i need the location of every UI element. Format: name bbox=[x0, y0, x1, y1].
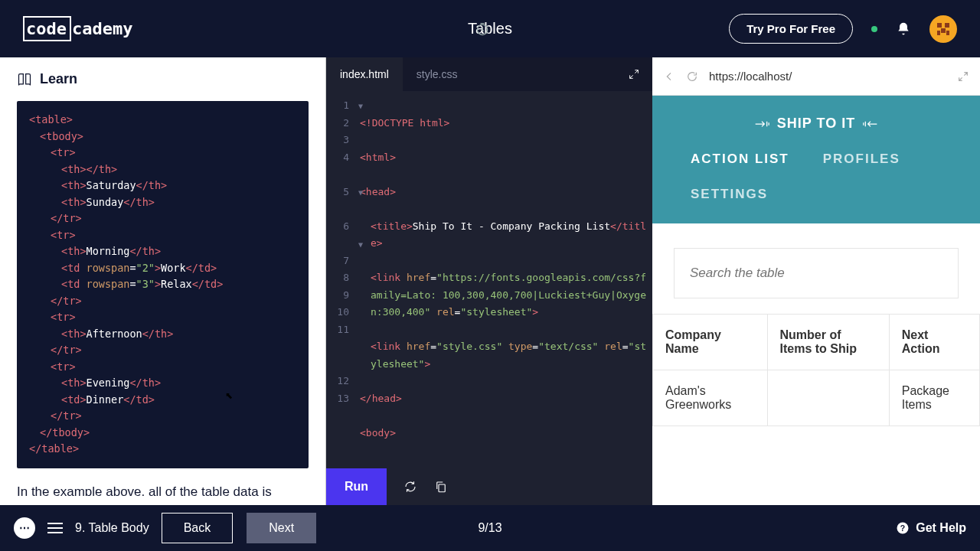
svg-rect-4 bbox=[937, 31, 940, 35]
avatar[interactable] bbox=[929, 15, 957, 43]
browser-bar: https://localhost/ bbox=[652, 57, 980, 96]
refresh-icon[interactable] bbox=[403, 480, 417, 494]
learn-title: Learn bbox=[40, 71, 77, 87]
arrow-deco-right-icon bbox=[863, 119, 878, 129]
back-button[interactable]: Back bbox=[162, 513, 234, 543]
th-items: Number of Items to Ship bbox=[767, 315, 889, 370]
learn-panel: Learn <table> <tbody> <tr> <th></th> <th… bbox=[0, 57, 326, 505]
svg-rect-3 bbox=[941, 28, 946, 33]
timer-icon[interactable] bbox=[475, 21, 490, 37]
code-editor: index.html style.css 1234 5 6 7891011 12… bbox=[326, 57, 652, 505]
header-bar: codecademy Tables Try Pro For Free bbox=[0, 0, 980, 57]
status-dot bbox=[871, 26, 877, 32]
copy-icon[interactable] bbox=[434, 480, 448, 494]
tab-index-html[interactable]: index.html bbox=[326, 57, 403, 91]
example-code-block: <table> <tbody> <tr> <th></th> <th>Satur… bbox=[17, 101, 309, 468]
get-help-button[interactable]: ? Get Help bbox=[896, 521, 966, 535]
logo[interactable]: codecademy bbox=[23, 19, 132, 38]
fold-icon[interactable]: ▼ bbox=[358, 236, 363, 254]
nav-profiles[interactable]: PROFILES bbox=[823, 152, 900, 167]
arrow-deco-left-icon bbox=[754, 119, 769, 129]
lesson-text: In the example above, all of the table d… bbox=[17, 468, 309, 496]
cell-company: Adam's Greenworks bbox=[653, 370, 768, 426]
more-menu-icon[interactable]: ⋯ bbox=[14, 517, 35, 539]
reload-icon[interactable] bbox=[686, 70, 698, 83]
help-icon: ? bbox=[896, 521, 910, 535]
line-gutter: 1234 5 6 7891011 1213 bbox=[326, 91, 355, 468]
url-field[interactable]: https://localhost/ bbox=[709, 70, 946, 83]
run-bar: Run bbox=[326, 468, 652, 505]
search-input[interactable] bbox=[674, 248, 959, 298]
hero-title: SHIP TO IT bbox=[754, 116, 878, 132]
run-button[interactable]: Run bbox=[326, 468, 387, 505]
th-action: Next Action bbox=[889, 315, 979, 370]
table-header-row: Company Name Number of Items to Ship Nex… bbox=[653, 315, 980, 370]
rendered-page: SHIP TO IT ACTION LIST PROFILES SETTINGS… bbox=[652, 96, 980, 505]
footer-bar: ⋯ 9. Table Body Back Next 9/13 ? Get Hel… bbox=[0, 505, 980, 551]
table-row: Adam's Greenworks Package Items bbox=[653, 370, 980, 426]
progress-indicator: 9/13 bbox=[478, 521, 501, 535]
svg-text:?: ? bbox=[900, 523, 905, 533]
bell-icon[interactable] bbox=[896, 21, 911, 37]
page-nav: ACTION LIST PROFILES SETTINGS bbox=[668, 132, 965, 208]
lesson-title: 9. Table Body bbox=[75, 521, 149, 535]
cell-items bbox=[767, 370, 889, 426]
next-button[interactable]: Next bbox=[247, 513, 316, 543]
tab-style-css[interactable]: style.css bbox=[403, 57, 472, 91]
try-pro-button[interactable]: Try Pro For Free bbox=[729, 14, 853, 44]
book-icon bbox=[17, 72, 32, 87]
expand-icon[interactable] bbox=[616, 57, 652, 91]
main-area: Learn <table> <tbody> <tr> <th></th> <th… bbox=[0, 57, 980, 505]
svg-rect-6 bbox=[439, 484, 445, 492]
svg-rect-5 bbox=[946, 31, 949, 35]
code-area[interactable]: <!DOCTYPE html> <html> <head> <title>Shi… bbox=[355, 91, 652, 468]
preview-panel: https://localhost/ SHIP TO IT ACTION LIS… bbox=[652, 57, 980, 505]
nav-action-list[interactable]: ACTION LIST bbox=[691, 152, 789, 167]
svg-rect-1 bbox=[937, 23, 942, 28]
th-company: Company Name bbox=[653, 315, 768, 370]
nav-settings[interactable]: SETTINGS bbox=[691, 187, 768, 202]
learn-header: Learn bbox=[0, 57, 325, 101]
data-table: Company Name Number of Items to Ship Nex… bbox=[652, 314, 980, 426]
back-arrow-icon[interactable] bbox=[663, 70, 675, 83]
svg-rect-2 bbox=[945, 23, 949, 28]
editor-tabs: index.html style.css bbox=[326, 57, 652, 91]
cell-action: Package Items bbox=[889, 370, 979, 426]
fold-icon[interactable]: ▼ bbox=[358, 184, 363, 202]
menu-icon[interactable] bbox=[47, 523, 63, 533]
fullscreen-icon[interactable] bbox=[957, 70, 969, 83]
fold-icon[interactable]: ▼ bbox=[358, 98, 363, 116]
